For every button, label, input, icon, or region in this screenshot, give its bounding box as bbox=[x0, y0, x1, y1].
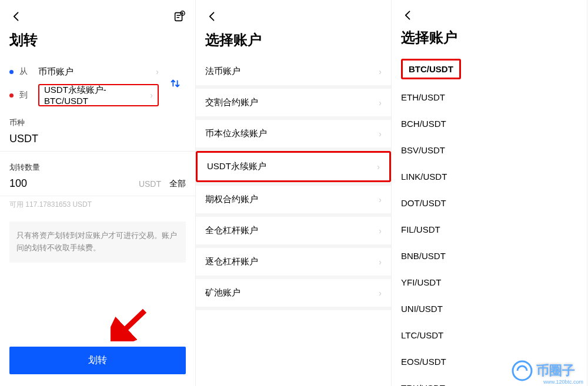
chevron-right-icon: › bbox=[379, 257, 382, 267]
chevron-right-icon: › bbox=[377, 162, 380, 172]
trading-pair-item[interactable]: DOT/USDT bbox=[392, 190, 587, 216]
from-dot-icon bbox=[9, 70, 14, 74]
account-type-item[interactable]: 期权合约账户› bbox=[196, 186, 391, 213]
list-item-label: 全仓杠杆账户 bbox=[205, 225, 375, 236]
available-balance: 可用 117.17831653 USDT bbox=[0, 196, 195, 213]
trading-pair-item[interactable]: LINK/USDT bbox=[392, 163, 587, 190]
trading-pair-item[interactable]: TRX/USDT bbox=[392, 375, 587, 386]
amount-row: 100 USDT 全部 bbox=[0, 176, 195, 196]
trading-pair-item[interactable]: BTC/USDT bbox=[392, 55, 587, 84]
trading-pair-item[interactable]: ETH/USDT bbox=[392, 84, 587, 110]
to-row[interactable]: 到 USDT永续账户-BTC/USDT › bbox=[9, 83, 159, 107]
trading-pair-item[interactable]: BCH/USDT bbox=[392, 110, 587, 137]
amount-input[interactable]: 100 bbox=[9, 177, 139, 190]
currency-value[interactable]: USDT bbox=[0, 132, 195, 152]
back-button[interactable] bbox=[9, 9, 24, 24]
all-button[interactable]: 全部 bbox=[169, 179, 186, 189]
trading-pair-item[interactable]: BNB/USDT bbox=[392, 243, 587, 269]
chevron-right-icon: › bbox=[379, 98, 382, 108]
swap-direction-button[interactable] bbox=[165, 60, 186, 107]
header bbox=[196, 0, 391, 31]
transfer-panel: 划转 从 币币账户 › 到 USDT永续账户-BTC/USDT › bbox=[0, 0, 196, 386]
to-label: 到 bbox=[19, 90, 32, 100]
list-item-label: 期权合约账户 bbox=[205, 194, 375, 205]
list-item-label: 法币账户 bbox=[205, 66, 375, 77]
list-item-label: 矿池账户 bbox=[205, 287, 375, 298]
chevron-right-icon: › bbox=[379, 195, 382, 204]
trading-pair-item[interactable]: UNI/USDT bbox=[392, 296, 587, 322]
arrow-left-icon bbox=[11, 11, 22, 22]
from-account-value: 币币账户 bbox=[38, 66, 152, 78]
chevron-right-icon: › bbox=[156, 67, 159, 76]
account-type-item[interactable]: 矿池账户› bbox=[196, 279, 391, 307]
history-icon[interactable] bbox=[173, 10, 186, 23]
to-account-highlighted: USDT永续账户-BTC/USDT › bbox=[38, 84, 159, 106]
chevron-right-icon: › bbox=[379, 226, 382, 236]
header bbox=[0, 0, 195, 31]
header bbox=[392, 0, 587, 28]
submit-transfer-button[interactable]: 划转 bbox=[9, 347, 186, 374]
account-type-item[interactable]: 交割合约账户› bbox=[196, 89, 391, 116]
list-item-label: USDT永续账户 bbox=[207, 161, 373, 172]
account-type-item[interactable]: 逐仓杠杆账户› bbox=[196, 248, 391, 276]
notice-text: 只有将资产划转到对应账户才可进行交易。账户间的划转不收取手续费。 bbox=[9, 221, 186, 263]
amount-unit: USDT bbox=[139, 179, 161, 189]
list-item-label-highlighted: BTC/USDT bbox=[401, 59, 461, 79]
from-row[interactable]: 从 币币账户 › bbox=[9, 60, 159, 83]
list-item-label: 交割合约账户 bbox=[205, 97, 375, 108]
trading-pair-item[interactable]: EOS/USDT bbox=[392, 348, 587, 375]
arrow-left-icon bbox=[402, 9, 414, 21]
select-account-panel: 选择账户 法币账户›交割合约账户›币本位永续账户›USDT永续账户›期权合约账户… bbox=[196, 0, 392, 386]
back-button[interactable] bbox=[401, 8, 415, 22]
swap-vertical-icon bbox=[169, 77, 182, 90]
trading-pair-item[interactable]: YFI/USDT bbox=[392, 269, 587, 296]
account-type-item[interactable]: USDT永续账户› bbox=[196, 151, 391, 182]
list-separator bbox=[196, 307, 391, 310]
chevron-right-icon: › bbox=[379, 67, 382, 76]
list-item-label: 币本位永续账户 bbox=[205, 128, 375, 139]
chevron-right-icon: › bbox=[379, 129, 382, 139]
currency-label: 币种 bbox=[0, 107, 195, 132]
transfer-direction: 从 币币账户 › 到 USDT永续账户-BTC/USDT › bbox=[0, 58, 195, 107]
amount-label: 划转数量 bbox=[0, 152, 195, 176]
page-title: 选择账户 bbox=[392, 28, 587, 55]
page-title: 划转 bbox=[0, 31, 195, 58]
trading-pair-item[interactable]: FIL/USDT bbox=[392, 216, 587, 243]
chevron-right-icon: › bbox=[379, 288, 382, 298]
chevron-right-icon: › bbox=[150, 90, 153, 100]
list-item-label: 逐仓杠杆账户 bbox=[205, 256, 375, 267]
trading-pair-item[interactable]: LTC/USDT bbox=[392, 322, 587, 348]
from-label: 从 bbox=[19, 66, 32, 77]
page-title: 选择账户 bbox=[196, 31, 391, 58]
trading-pair-list: BTC/USDTETH/USDTBCH/USDTBSV/USDTLINK/USD… bbox=[392, 55, 587, 386]
arrow-left-icon bbox=[206, 11, 218, 22]
back-button[interactable] bbox=[205, 9, 219, 24]
account-type-item[interactable]: 法币账户› bbox=[196, 58, 391, 85]
account-type-list: 法币账户›交割合约账户›币本位永续账户›USDT永续账户›期权合约账户›全仓杠杆… bbox=[196, 58, 391, 310]
select-pair-panel: 选择账户 BTC/USDTETH/USDTBCH/USDTBSV/USDTLIN… bbox=[392, 0, 587, 386]
account-type-item[interactable]: 全仓杠杆账户› bbox=[196, 217, 391, 244]
trading-pair-item[interactable]: BSV/USDT bbox=[392, 137, 587, 163]
to-dot-icon bbox=[9, 93, 14, 98]
account-type-item[interactable]: 币本位永续账户› bbox=[196, 120, 391, 147]
to-account-value: USDT永续账户-BTC/USDT bbox=[44, 85, 146, 106]
